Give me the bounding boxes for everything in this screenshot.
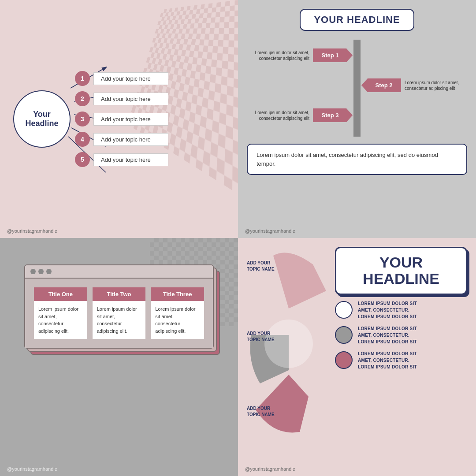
item-badge-3: 3 [75, 112, 90, 126]
browser-col-1: Title One Lorem ipsum dolor sit amet, co… [34, 287, 87, 339]
sign-arrow-1: Step 1 [313, 48, 353, 62]
sign-left-text-2: Lorem ipsum dolor sit amet, consectetur … [251, 110, 313, 121]
browser-col-2: Title Two Lorem ipsum dolor sit amet, co… [93, 287, 146, 339]
list-item: 1 Add your topic here [75, 71, 168, 86]
q2-bottom-text: Lorem ipsum dolor sit amet, consectetur … [247, 144, 467, 175]
q4-left-area: ADD YOURTOPIC NAME ADD YOURTOPIC NAME AD… [247, 247, 331, 467]
browser-content: Title One Lorem ipsum dolor sit amet, co… [25, 279, 213, 348]
sign-arrow-3: Step 3 [313, 108, 353, 122]
list-item: 4 Add your topic here [75, 132, 168, 147]
q4-circle-2 [335, 326, 353, 344]
instagram-handle-2: @yourinstagramhandle [245, 228, 295, 234]
sign-right-text: Lorem ipsum dolor sit amet, consectetur … [401, 80, 463, 91]
q1-headline: Your Headline [25, 110, 58, 128]
sign-row-3: Lorem ipsum dolor sit amet, consectetur … [251, 108, 463, 122]
col-header-1: Title One [34, 287, 87, 301]
item-badge-5: 5 [75, 152, 90, 167]
browser-window: Title One Lorem ipsum dolor sit amet, co… [24, 264, 214, 349]
browser-col-3: Title Three Lorem ipsum dolor sit amet, … [151, 287, 204, 339]
browser-dot-3 [46, 269, 52, 274]
q4-headline-line2: HEADLINE [345, 271, 457, 287]
bottom-text-content: Lorem ipsum dolor sit amet, consectetur … [257, 152, 438, 167]
item-label-3: Add your topic here [93, 113, 168, 126]
q1-items-list: 1 Add your topic here 2 Add your topic h… [75, 71, 168, 167]
list-item: 3 Add your topic here [75, 112, 168, 126]
item-label-4: Add your topic here [93, 133, 168, 146]
quadrant-1: Your Headline 1 Add your topic here 2 Ad… [0, 0, 238, 238]
q4-list-text-1: LOREM IPSUM DOLOR SITAMET, CONSECTETUR.L… [358, 300, 417, 320]
q4-circle-3 [335, 351, 353, 369]
col-body-3: Lorem ipsum dolor sit amet, consectetur … [151, 301, 204, 339]
item-badge-2: 2 [75, 91, 90, 106]
instagram-handle: @yourinstagramhandle [7, 228, 57, 234]
q4-list-item-2: LOREM IPSUM DOLOR SITAMET, CONSECTETUR.L… [335, 325, 467, 345]
q4-list-text-3: LOREM IPSUM DOLOR SITAMET, CONSECTETUR.L… [358, 350, 417, 370]
col-header-3: Title Three [151, 287, 204, 301]
sign-arrow-2: Step 2 [361, 78, 401, 92]
list-item: 2 Add your topic here [75, 91, 168, 106]
col-header-2: Title Two [93, 287, 146, 301]
item-label-2: Add your topic here [93, 93, 168, 105]
q4-list-text-2: LOREM IPSUM DOLOR SITAMET, CONSECTETUR.L… [358, 325, 417, 345]
q4-right-area: YOUR HEADLINE LOREM IPSUM DOLOR SITAMET,… [335, 247, 467, 467]
browser-dot-2 [38, 269, 44, 274]
item-badge-4: 4 [75, 132, 90, 147]
col-body-2: Lorem ipsum dolor sit amet, consectetur … [93, 301, 146, 339]
quadrant-2: YOUR HEADLINE Lorem ipsum dolor sit amet… [238, 0, 476, 238]
browser-dot-1 [30, 269, 36, 274]
q4-headline-box: YOUR HEADLINE [335, 247, 467, 295]
q4-headline-line1: YOUR [345, 254, 457, 271]
topic-label-1: ADD YOURTOPIC NAME [247, 260, 275, 272]
center-circle: Your Headline [13, 90, 71, 148]
quadrant-3: Title One Lorem ipsum dolor sit amet, co… [0, 238, 238, 476]
q2-headline-box: YOUR HEADLINE [300, 9, 414, 31]
item-label-1: Add your topic here [93, 72, 168, 85]
topic-label-3: ADD YOURTOPIC NAME [247, 405, 275, 418]
q4-list-item-3: LOREM IPSUM DOLOR SITAMET, CONSECTETUR.L… [335, 350, 467, 370]
item-label-5: Add your topic here [93, 153, 168, 166]
item-badge-1: 1 [75, 71, 90, 86]
instagram-handle-4: @yourinstagramhandle [245, 466, 295, 472]
instagram-handle-3: @yourinstagramhandle [7, 466, 57, 472]
svg-point-5 [264, 320, 313, 368]
quadrant-4: ADD YOURTOPIC NAME ADD YOURTOPIC NAME AD… [238, 238, 476, 476]
browser-titlebar [25, 265, 213, 279]
sign-row-1: Lorem ipsum dolor sit amet, consectetur … [251, 48, 463, 62]
topic-label-2: ADD YOURTOPIC NAME [247, 331, 275, 343]
list-item: 5 Add your topic here [75, 152, 168, 167]
q4-list-item-1: LOREM IPSUM DOLOR SITAMET, CONSECTETUR.L… [335, 300, 467, 320]
q4-circle-1 [335, 301, 353, 319]
sign-row-2: Step 2 Lorem ipsum dolor sit amet, conse… [251, 78, 463, 92]
browser-wrapper: Title One Lorem ipsum dolor sit amet, co… [24, 264, 214, 349]
col-body-1: Lorem ipsum dolor sit amet, consectetur … [34, 301, 87, 339]
sign-left-text-1: Lorem ipsum dolor sit amet, consectetur … [251, 50, 313, 61]
q2-headline: YOUR HEADLINE [314, 14, 400, 25]
